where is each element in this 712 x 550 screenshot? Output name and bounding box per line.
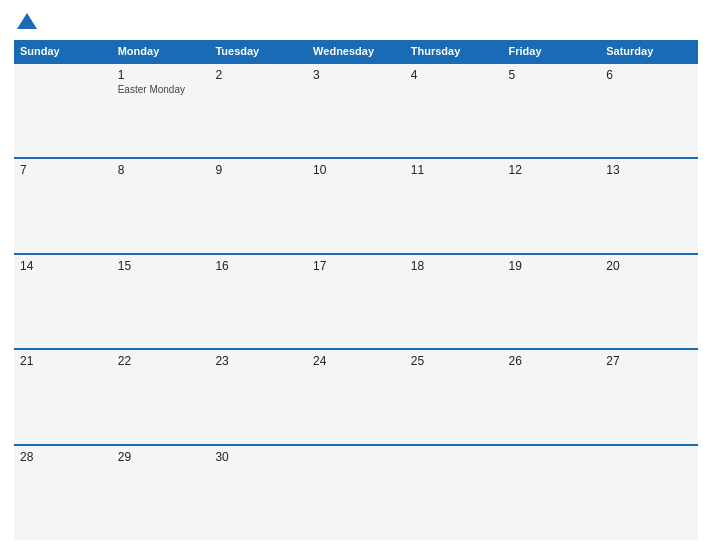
- day-number: 23: [215, 354, 301, 368]
- calendar-cell: 6: [600, 63, 698, 158]
- day-number: 10: [313, 163, 399, 177]
- week-row-2: 78910111213: [14, 158, 698, 253]
- weekday-header-monday: Monday: [112, 40, 210, 63]
- day-number: 6: [606, 68, 692, 82]
- calendar-cell: 25: [405, 349, 503, 444]
- header: [14, 10, 698, 32]
- weekday-header-thursday: Thursday: [405, 40, 503, 63]
- day-number: 3: [313, 68, 399, 82]
- weekday-header-row: SundayMondayTuesdayWednesdayThursdayFrid…: [14, 40, 698, 63]
- calendar-cell: 27: [600, 349, 698, 444]
- calendar-cell: 28: [14, 445, 112, 540]
- day-number: 27: [606, 354, 692, 368]
- calendar-cell: 14: [14, 254, 112, 349]
- calendar-cell: 23: [209, 349, 307, 444]
- logo: [14, 10, 38, 32]
- calendar-cell: 15: [112, 254, 210, 349]
- day-number: 19: [509, 259, 595, 273]
- day-number: 30: [215, 450, 301, 464]
- weekday-header-sunday: Sunday: [14, 40, 112, 63]
- calendar-cell: 26: [503, 349, 601, 444]
- day-number: 2: [215, 68, 301, 82]
- weekday-header-wednesday: Wednesday: [307, 40, 405, 63]
- calendar-cell: 8: [112, 158, 210, 253]
- calendar-cell: 3: [307, 63, 405, 158]
- holiday-label: Easter Monday: [118, 84, 204, 95]
- calendar-cell: 22: [112, 349, 210, 444]
- day-number: 7: [20, 163, 106, 177]
- day-number: 21: [20, 354, 106, 368]
- day-number: 1: [118, 68, 204, 82]
- day-number: 29: [118, 450, 204, 464]
- day-number: 22: [118, 354, 204, 368]
- week-row-3: 14151617181920: [14, 254, 698, 349]
- calendar-cell: [307, 445, 405, 540]
- weekday-header-friday: Friday: [503, 40, 601, 63]
- week-row-1: 1Easter Monday23456: [14, 63, 698, 158]
- calendar-cell: 30: [209, 445, 307, 540]
- calendar-cell: 9: [209, 158, 307, 253]
- day-number: 13: [606, 163, 692, 177]
- calendar-table: SundayMondayTuesdayWednesdayThursdayFrid…: [14, 40, 698, 540]
- weekday-header-saturday: Saturday: [600, 40, 698, 63]
- day-number: 24: [313, 354, 399, 368]
- calendar-cell: 29: [112, 445, 210, 540]
- calendar-cell: [600, 445, 698, 540]
- week-row-4: 21222324252627: [14, 349, 698, 444]
- calendar-cell: [405, 445, 503, 540]
- calendar-cell: [503, 445, 601, 540]
- calendar-cell: 24: [307, 349, 405, 444]
- calendar-cell: 16: [209, 254, 307, 349]
- weekday-header-tuesday: Tuesday: [209, 40, 307, 63]
- calendar-cell: 21: [14, 349, 112, 444]
- calendar-cell: 7: [14, 158, 112, 253]
- day-number: 5: [509, 68, 595, 82]
- day-number: 8: [118, 163, 204, 177]
- calendar-cell: 1Easter Monday: [112, 63, 210, 158]
- day-number: 17: [313, 259, 399, 273]
- calendar-cell: 13: [600, 158, 698, 253]
- week-row-5: 282930: [14, 445, 698, 540]
- day-number: 12: [509, 163, 595, 177]
- calendar-cell: 19: [503, 254, 601, 349]
- day-number: 26: [509, 354, 595, 368]
- day-number: 16: [215, 259, 301, 273]
- calendar-cell: 17: [307, 254, 405, 349]
- calendar-cell: 20: [600, 254, 698, 349]
- day-number: 25: [411, 354, 497, 368]
- calendar-cell: 5: [503, 63, 601, 158]
- svg-marker-0: [17, 13, 37, 29]
- logo-triangle-icon: [16, 10, 38, 32]
- day-number: 14: [20, 259, 106, 273]
- calendar-cell: 4: [405, 63, 503, 158]
- day-number: 20: [606, 259, 692, 273]
- calendar-cell: 18: [405, 254, 503, 349]
- day-number: 11: [411, 163, 497, 177]
- calendar-cell: 2: [209, 63, 307, 158]
- day-number: 4: [411, 68, 497, 82]
- day-number: 15: [118, 259, 204, 273]
- page: SundayMondayTuesdayWednesdayThursdayFrid…: [0, 0, 712, 550]
- calendar-cell: 10: [307, 158, 405, 253]
- day-number: 18: [411, 259, 497, 273]
- day-number: 9: [215, 163, 301, 177]
- calendar-cell: [14, 63, 112, 158]
- day-number: 28: [20, 450, 106, 464]
- calendar-cell: 11: [405, 158, 503, 253]
- calendar-cell: 12: [503, 158, 601, 253]
